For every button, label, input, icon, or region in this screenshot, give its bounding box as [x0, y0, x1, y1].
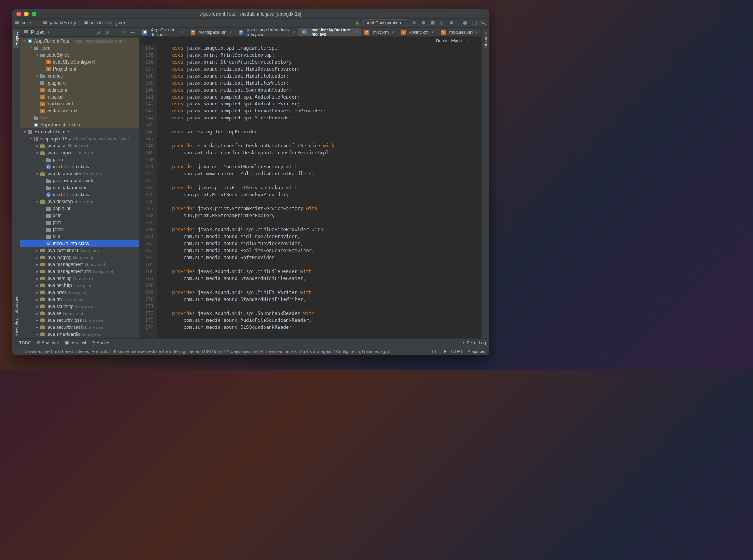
- profile-icon[interactable]: [439, 20, 445, 26]
- close-tab-icon[interactable]: ×: [392, 30, 394, 35]
- tree-item[interactable]: ▸java.management.rmilibrary root: [20, 268, 139, 275]
- tree-item[interactable]: ▸java.security.jgsslibrary root: [20, 317, 139, 324]
- close-tab-icon[interactable]: ×: [181, 30, 183, 35]
- tree-item[interactable]: ▸java.security.sasllibrary root: [20, 324, 139, 331]
- close-tab-icon[interactable]: ×: [431, 30, 434, 35]
- tree-item[interactable]: ▸sun: [20, 233, 139, 240]
- tree-item[interactable]: ▾java.desktoplibrary root: [20, 198, 139, 205]
- titlebar[interactable]: AppsTorrent Test – module-info.java [ope…: [12, 9, 489, 19]
- file-encoding[interactable]: UTF-8: [451, 349, 463, 354]
- tree-item[interactable]: ▸java.scriptinglibrary root: [20, 303, 139, 310]
- breadcrumb-item[interactable]: src.zip: [22, 20, 35, 26]
- sidebar-header: Project ▾ ⊙ ⇲ ÷ ⚙ —: [20, 28, 139, 37]
- collapse-all-icon[interactable]: ÷: [112, 29, 118, 35]
- tree-item[interactable]: ▸java.net.httplibrary root: [20, 282, 139, 289]
- tree-item[interactable]: ▾External Libraries: [20, 128, 139, 135]
- tree-item[interactable]: ▸com: [20, 212, 139, 219]
- structure-tool-tab[interactable]: Structure: [13, 294, 19, 316]
- tree-item[interactable]: module-info.class: [20, 163, 139, 170]
- select-opened-icon[interactable]: ⊙: [95, 29, 101, 35]
- tree-item[interactable]: ▸javax: [20, 156, 139, 163]
- editor-tabs[interactable]: AppsTorrent Test.iml×workspace.xml×java.…: [139, 28, 481, 37]
- tree-item[interactable]: ▸java.instrumentlibrary root: [20, 247, 139, 254]
- tree-item[interactable]: ▾java.datatransferlibrary root: [20, 170, 139, 177]
- profiler-tab[interactable]: ◔ Profiler: [92, 340, 110, 345]
- close-tab-icon[interactable]: ×: [293, 30, 295, 35]
- expand-all-icon[interactable]: ⇲: [104, 29, 110, 35]
- tree-item[interactable]: ▸java.managementlibrary root: [20, 261, 139, 268]
- hide-panel-icon[interactable]: —: [129, 29, 135, 35]
- tree-item[interactable]: ▾AppsTorrent Test~/IdeaProjects/AppsTorr…: [20, 38, 139, 45]
- gear-icon[interactable]: ⚙: [121, 29, 127, 35]
- tree-item[interactable]: ▾java.compilerlibrary root: [20, 149, 139, 156]
- project-tool-tab[interactable]: Project: [13, 30, 19, 48]
- stop-icon[interactable]: [448, 20, 455, 26]
- tree-item[interactable]: ▸java.naminglibrary root: [20, 275, 139, 282]
- tree-item[interactable]: ▸sun.datatransfer: [20, 184, 139, 191]
- tree-item[interactable]: ▸java.prefslibrary root: [20, 289, 139, 296]
- tree-item[interactable]: ▸java: [20, 219, 139, 226]
- tree-item[interactable]: modules.xml: [20, 100, 139, 107]
- mod-icon: [27, 38, 33, 44]
- close-tab-icon[interactable]: ×: [229, 30, 232, 35]
- database-tool-tab[interactable]: Database: [482, 30, 489, 53]
- tree-item[interactable]: src: [20, 114, 139, 121]
- coverage-icon[interactable]: [430, 20, 436, 26]
- editor-tab[interactable]: kotlinc.xml×: [397, 28, 437, 36]
- tree-item[interactable]: module-info.class: [20, 191, 139, 198]
- tree-item[interactable]: ▸java.baselibrary root: [20, 142, 139, 149]
- breadcrumb-item[interactable]: module-info.java: [91, 20, 125, 26]
- debug-icon[interactable]: [420, 20, 427, 26]
- tree-item[interactable]: ▸libraries: [20, 73, 139, 80]
- tree-item[interactable]: misc.xml: [20, 93, 139, 100]
- tree-item[interactable]: ▾< openjdk-15 >/Users/egormac/Library/Ja…: [20, 135, 139, 142]
- code-editor[interactable]: 1341351361371381391401411421431441451461…: [139, 45, 481, 338]
- close-tab-icon[interactable]: ×: [475, 30, 478, 35]
- tree-item[interactable]: kotlinc.xml: [20, 86, 139, 93]
- tree-item[interactable]: codeStyleConfig.xml: [20, 59, 139, 66]
- problems-tab[interactable]: ⊘ Problems: [37, 340, 60, 345]
- editor-tab[interactable]: java.compiler/module-info.java×: [235, 28, 298, 36]
- tree-item[interactable]: module-info.class: [20, 240, 139, 247]
- search-icon[interactable]: [481, 20, 487, 26]
- add-configuration-button[interactable]: Add Configuration...: [363, 19, 408, 26]
- editor-tab[interactable]: workspace.xml×: [187, 28, 235, 36]
- show-tool-windows-icon[interactable]: ▢: [16, 349, 20, 354]
- code-content[interactable]: uses javax.imageio.spi.imagewriterspi; u…: [157, 45, 481, 338]
- git-icon[interactable]: [462, 20, 468, 26]
- cursor-position[interactable]: 1:1: [431, 349, 437, 354]
- build-icon[interactable]: [354, 20, 360, 26]
- run-icon[interactable]: [411, 20, 417, 26]
- editor-tab[interactable]: java.desktop/module-info.java×: [298, 28, 361, 36]
- tree-item[interactable]: AppsTorrent Test.iml: [20, 121, 139, 128]
- tree-item[interactable]: workspace.xml: [20, 107, 139, 114]
- favorites-tool-tab[interactable]: Favorites: [13, 316, 19, 338]
- event-log-tab[interactable]: ○ Event Log: [463, 340, 486, 345]
- tree-item[interactable]: Project.xml: [20, 66, 139, 73]
- breadcrumb-item[interactable]: java.desktop: [50, 20, 76, 26]
- tree-item[interactable]: ▸java.logginglibrary root: [20, 254, 139, 261]
- tree-item[interactable]: ▾codeStyles: [20, 52, 139, 59]
- terminal-tab[interactable]: ▣ Terminal: [65, 340, 86, 345]
- menu-icon[interactable]: ⋮: [473, 38, 477, 43]
- reader-mode-label[interactable]: Reader Mode: [436, 38, 462, 43]
- line-separator[interactable]: LF: [442, 349, 447, 354]
- tree-item[interactable]: ▸java.smartcardiolibrary root: [20, 331, 139, 338]
- editor-tab[interactable]: misc.xml×: [361, 28, 397, 36]
- tree-item[interactable]: .gitignore: [20, 80, 139, 86]
- tree-item[interactable]: ▸java.rmilibrary root: [20, 296, 139, 303]
- todo-tab[interactable]: ≡ TODO: [16, 340, 31, 345]
- close-tab-icon[interactable]: ×: [355, 29, 357, 34]
- tree-item[interactable]: ▸apple.laf: [20, 205, 139, 212]
- tree-item[interactable]: ▸java.awt.datatransfer: [20, 177, 139, 184]
- search-everywhere-icon[interactable]: [471, 20, 477, 26]
- project-tree[interactable]: ▾AppsTorrent Test~/IdeaProjects/AppsTorr…: [20, 37, 139, 338]
- tree-item[interactable]: ▾.idea: [20, 45, 139, 52]
- status-message[interactable]: Download pre-built shared indexes: Pre-b…: [23, 349, 389, 354]
- tree-item[interactable]: ▸java.selibrary root: [20, 310, 139, 317]
- breadcrumb[interactable]: src.zip〉java.desktop〉module-info.java: [15, 20, 125, 26]
- editor-tab[interactable]: modules.xml×: [437, 28, 481, 36]
- editor-tab[interactable]: AppsTorrent Test.iml×: [139, 28, 187, 36]
- indent-setting[interactable]: 4 spaces: [468, 349, 485, 354]
- tree-item[interactable]: ▸javax: [20, 226, 139, 233]
